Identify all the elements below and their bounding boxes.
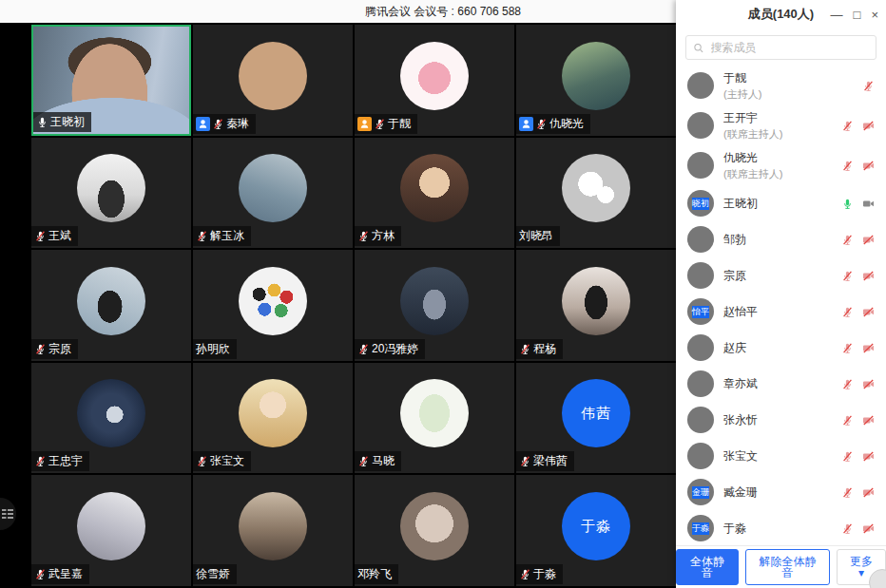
participant-tile[interactable]: 王忠宇 — [31, 363, 191, 474]
member-row[interactable]: 张宝文 — [676, 438, 886, 474]
member-camera-muted-icon[interactable] — [862, 234, 875, 246]
member-row[interactable]: 怡平 赵怡平 — [676, 294, 886, 330]
member-camera-muted-icon[interactable] — [862, 160, 875, 172]
member-mic-muted-icon[interactable] — [841, 486, 854, 499]
member-mic-muted-icon[interactable] — [841, 120, 854, 132]
participant-avatar — [239, 154, 307, 222]
participant-tile[interactable]: 徐雪娇 — [193, 475, 353, 586]
member-camera-muted-icon[interactable] — [862, 414, 875, 427]
member-name: 宗原 — [723, 268, 832, 284]
participant-tile[interactable]: 于靓 — [355, 25, 514, 136]
maximize-button[interactable]: □ — [854, 9, 861, 21]
role-badge-icon — [519, 117, 533, 131]
member-info: 臧金珊 — [723, 484, 832, 501]
search-input[interactable] — [709, 40, 869, 55]
participant-tile[interactable]: 伟茜 梁伟茜 — [516, 363, 676, 474]
member-role: (联席主持人) — [723, 167, 832, 181]
member-info: 赵怡平 — [723, 304, 832, 320]
member-row[interactable]: 章亦斌 — [676, 366, 886, 402]
mic-muted-icon — [34, 455, 47, 467]
member-row[interactable]: 晓初 王晓初 — [676, 185, 886, 221]
member-mic-muted-icon[interactable] — [862, 80, 875, 92]
member-camera-muted-icon[interactable] — [862, 378, 875, 390]
participant-name: 武呈嘉 — [48, 566, 83, 582]
minimize-button[interactable]: — — [831, 9, 843, 21]
member-camera-muted-icon[interactable] — [862, 522, 875, 535]
participant-name-label: 方林 — [355, 226, 401, 246]
member-avatar — [687, 226, 714, 253]
member-status-icons — [841, 342, 875, 354]
member-info: 邹勃 — [723, 232, 832, 248]
member-name: 王晓初 — [723, 196, 832, 212]
member-mic-active-icon[interactable] — [841, 198, 854, 210]
member-status-icons — [841, 306, 875, 318]
member-row[interactable]: 金珊 臧金珊 — [676, 474, 886, 510]
member-row[interactable]: 王开宇 (联席主持人) — [676, 105, 886, 145]
participant-tile[interactable]: 解玉冰 — [193, 138, 353, 249]
participant-tile[interactable]: 于淼 于淼 — [516, 475, 676, 586]
participant-tile[interactable]: 王斌 — [31, 138, 191, 249]
participant-name: 张宝文 — [210, 453, 244, 469]
participant-tile[interactable]: 仇晓光 — [516, 25, 676, 136]
member-row[interactable]: 仇晓光 (联席主持人) — [676, 145, 886, 185]
member-mic-muted-icon[interactable] — [841, 450, 854, 463]
close-button[interactable]: × — [871, 9, 878, 21]
participant-name: 程杨 — [533, 341, 556, 357]
member-mic-muted-icon[interactable] — [841, 378, 854, 390]
participant-tile[interactable]: 邓羚飞 — [355, 475, 514, 586]
participant-tile[interactable]: 马晓 — [355, 363, 514, 474]
member-row[interactable]: 邹勃 — [676, 221, 886, 257]
list-icon — [2, 508, 13, 520]
participant-tile[interactable]: 张宝文 — [193, 363, 353, 474]
mute-all-button[interactable]: 全体静音 — [676, 549, 739, 585]
member-row[interactable]: 于淼 于淼 — [676, 510, 886, 545]
member-camera-muted-icon[interactable] — [862, 342, 875, 354]
member-info: 宗原 — [723, 268, 832, 284]
member-row[interactable]: 张永忻 — [676, 402, 886, 438]
participant-tile[interactable]: 程杨 — [516, 250, 676, 361]
member-camera-muted-icon[interactable] — [862, 120, 875, 132]
member-row[interactable]: 于靓 (主持人) — [676, 66, 886, 105]
mic-muted-icon — [34, 230, 47, 242]
role-badge-icon — [357, 117, 372, 131]
participant-avatar — [239, 267, 307, 335]
member-row[interactable]: 宗原 — [676, 257, 886, 294]
member-info: 章亦斌 — [723, 376, 832, 392]
participant-tile[interactable]: 秦琳 — [193, 25, 353, 136]
participant-tile[interactable]: 20冯雅婷 — [355, 250, 514, 361]
participant-tile[interactable]: 刘晓昂 — [516, 138, 676, 249]
member-avatar — [687, 407, 714, 433]
participant-name: 20冯雅婷 — [372, 341, 418, 357]
search-box[interactable] — [685, 35, 876, 60]
member-avatar: 于淼 — [687, 515, 714, 541]
participant-avatar — [400, 42, 469, 110]
participant-avatar — [400, 379, 469, 447]
member-camera-muted-icon[interactable] — [862, 306, 875, 318]
member-camera-muted-icon[interactable] — [862, 450, 875, 463]
member-mic-muted-icon[interactable] — [841, 342, 854, 354]
member-mic-muted-icon[interactable] — [841, 522, 854, 535]
member-mic-muted-icon[interactable] — [841, 270, 854, 282]
participant-tile[interactable]: 宗原 — [31, 250, 191, 361]
member-mic-muted-icon[interactable] — [841, 306, 854, 318]
participant-name: 于靓 — [388, 116, 411, 132]
member-mic-muted-icon[interactable] — [841, 234, 854, 246]
member-avatar — [687, 443, 714, 469]
member-mic-muted-icon[interactable] — [841, 160, 854, 172]
member-status-icons — [841, 378, 875, 390]
member-info: 于淼 — [723, 521, 832, 537]
member-mic-muted-icon[interactable] — [841, 414, 854, 427]
participant-tile[interactable]: 王晓初 — [31, 25, 191, 136]
avatar-initials: 于淼 — [581, 518, 611, 536]
member-camera-muted-icon[interactable] — [862, 270, 875, 282]
member-status-icons — [841, 198, 875, 210]
member-list-toggle[interactable] — [0, 498, 16, 530]
unmute-all-button[interactable]: 解除全体静音 — [745, 549, 830, 585]
participant-tile[interactable]: 武呈嘉 — [31, 475, 191, 586]
member-row[interactable]: 赵庆 — [676, 330, 886, 366]
member-camera-muted-icon[interactable] — [862, 486, 875, 499]
participant-tile[interactable]: 孙明欣 — [193, 250, 353, 361]
mic-muted-icon — [519, 568, 531, 580]
participant-tile[interactable]: 方林 — [355, 138, 514, 249]
member-camera-on-icon[interactable] — [862, 198, 875, 210]
